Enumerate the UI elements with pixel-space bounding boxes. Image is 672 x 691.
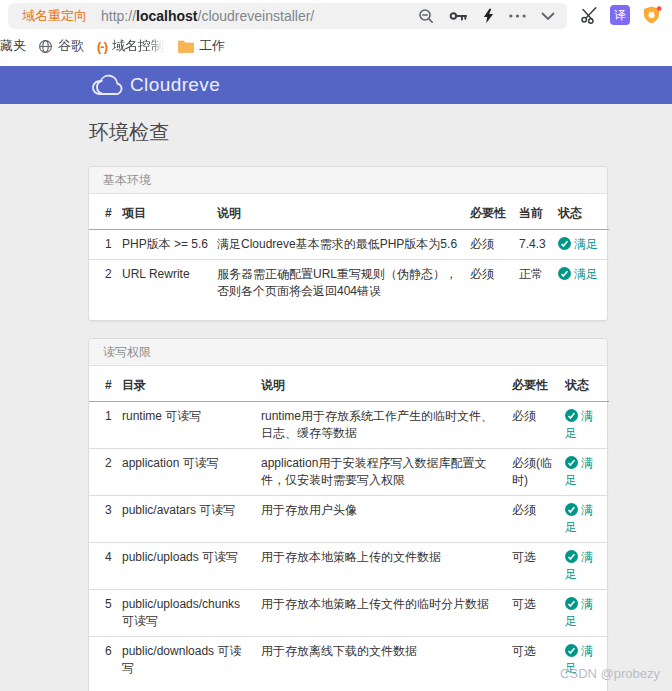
column-header: # <box>89 194 122 230</box>
shield-security-icon[interactable] <box>642 5 663 25</box>
status-cell: 满足 <box>565 402 609 449</box>
table-cell: application用于安装程序写入数据库配置文件，仅安装时需要写入权限 <box>261 449 512 496</box>
status-cell: 满足 <box>558 260 609 307</box>
scissors-icon[interactable] <box>580 6 598 24</box>
bookmark-label: 域名控制 <box>112 37 164 55</box>
table-cell: 6 <box>89 637 122 684</box>
url-host: localhost <box>136 8 197 24</box>
table-row: 1runtime 可读写runtime用于存放系统工作产生的临时文件、日志、缓存… <box>89 402 609 449</box>
status-ok: 满足 <box>565 409 593 440</box>
table-row: 1PHP版本 >= 5.6满足Cloudreve基本需求的最低PHP版本为5.6… <box>89 230 609 260</box>
column-header: 说明 <box>217 194 470 230</box>
table-cell: 7.4.3 <box>519 230 558 260</box>
table-row: 2application 可读写application用于安装程序写入数据库配置… <box>89 449 609 496</box>
watermark: CSDN @probezy <box>560 666 660 681</box>
table-cell: 可选 <box>512 590 565 637</box>
table-cell: 正常 <box>519 260 558 307</box>
table-cell: runtime 可读写 <box>122 402 261 449</box>
status-text: 满足 <box>574 267 598 281</box>
brand-name: Cloudreve <box>130 74 220 96</box>
check-icon <box>558 267 571 280</box>
translate-icon[interactable]: 译 <box>610 5 630 25</box>
table-header-row: #项目说明必要性当前状态 <box>89 194 609 230</box>
table-cell: application 可读写 <box>122 449 261 496</box>
panels-container: 基本环境#项目说明必要性当前状态1PHP版本 >= 5.6满足Cloudreve… <box>0 166 672 691</box>
table-cell: 必须 <box>470 230 519 260</box>
panel-basic-environment: 基本环境#项目说明必要性当前状态1PHP版本 >= 5.6满足Cloudreve… <box>88 166 608 321</box>
page-content: 环境检查 基本环境#项目说明必要性当前状态1PHP版本 >= 5.6满足Clou… <box>0 104 672 691</box>
panel-title: 读写权限 <box>89 339 607 366</box>
table-cell: 1 <box>89 402 122 449</box>
more-dots-icon[interactable] <box>509 14 526 18</box>
table-row: 5public/uploads/chunks 可读写用于存放本地策略上传文件的临… <box>89 590 609 637</box>
column-header: # <box>89 366 122 402</box>
page-title: 环境检查 <box>89 119 672 145</box>
table-cell: 1 <box>89 230 122 260</box>
table-cell: 可选 <box>512 543 565 590</box>
table-cell: 必须(临时) <box>512 449 565 496</box>
table-cell: 用于存放本地策略上传文件的临时分片数据 <box>261 590 512 637</box>
table-cell: 2 <box>89 260 122 307</box>
table-cell: 4 <box>89 543 122 590</box>
status-cell: 满足 <box>565 449 609 496</box>
status-cell: 满足 <box>565 590 609 637</box>
table-cell: 用于存放离线下载的文件数据 <box>261 637 512 684</box>
table-cell: 用于存放本地策略上传的文件数据 <box>261 543 512 590</box>
bookmark-item-work-folder[interactable]: 工作 <box>178 37 225 55</box>
chevron-down-icon[interactable] <box>541 12 555 21</box>
check-icon <box>558 237 571 250</box>
brand-logo: Cloudreve <box>87 66 672 104</box>
column-header: 状态 <box>558 194 609 230</box>
url-path: /cloudreveinstaller/ <box>198 8 315 24</box>
bookmark-item-favorites[interactable]: 藏夹 <box>0 37 26 55</box>
table-cell: PHP版本 >= 5.6 <box>122 230 217 260</box>
table-cell: public/uploads/chunks 可读写 <box>122 590 261 637</box>
column-header: 必要性 <box>512 366 565 402</box>
table-cell: public/avatars 可读写 <box>122 496 261 543</box>
table-cell: 3 <box>89 496 122 543</box>
bookmark-label: 谷歌 <box>58 37 84 55</box>
table-header-row: #目录说明必要性状态 <box>89 366 609 402</box>
status-ok: 满足 <box>558 237 598 251</box>
check-icon <box>565 503 578 516</box>
bookmark-item-domain-control[interactable]: (-) 域名控制 <box>97 37 164 55</box>
status-ok: 满足 <box>565 550 593 581</box>
table-cell: 可选 <box>512 637 565 684</box>
status-ok: 满足 <box>565 597 593 628</box>
table-cell: 2 <box>89 449 122 496</box>
table-cell: 用于存放用户头像 <box>261 496 512 543</box>
panel-title: 基本环境 <box>89 167 607 194</box>
panel-rw-permissions: 读写权限#目录说明必要性状态1runtime 可读写runtime用于存放系统工… <box>88 338 608 691</box>
table-row: 6public/downloads 可读写用于存放离线下载的文件数据可选满足 <box>89 637 609 684</box>
table-cell: 必须 <box>512 496 565 543</box>
table-cell: 满足Cloudreve基本需求的最低PHP版本为5.6 <box>217 230 470 260</box>
bookmark-item-google[interactable]: 谷歌 <box>38 37 84 55</box>
status-ok: 满足 <box>558 267 598 281</box>
folder-icon <box>178 40 194 53</box>
table-row: 3public/avatars 可读写用于存放用户头像必须满足 <box>89 496 609 543</box>
address-bar[interactable]: 域名重定向 http://localhost/cloudreveinstalle… <box>8 3 567 29</box>
table-cell: public/uploads 可读写 <box>122 543 261 590</box>
url-scheme: http:// <box>101 8 136 24</box>
column-header: 状态 <box>565 366 609 402</box>
globe-icon <box>38 39 53 54</box>
check-icon <box>565 409 578 422</box>
check-icon <box>565 597 578 610</box>
address-bookmark-label: 域名重定向 <box>22 7 87 25</box>
status-ok: 满足 <box>565 503 593 534</box>
status-cell: 满足 <box>558 230 609 260</box>
column-header: 当前 <box>519 194 558 230</box>
url-text[interactable]: http://localhost/cloudreveinstaller/ <box>101 8 314 24</box>
key-icon[interactable] <box>449 9 468 23</box>
zoom-out-icon[interactable] <box>418 8 434 24</box>
domain-brackets-icon: (-) <box>97 39 107 54</box>
lightning-icon[interactable] <box>483 8 494 24</box>
check-table: #项目说明必要性当前状态1PHP版本 >= 5.6满足Cloudreve基本需求… <box>89 194 609 306</box>
table-cell: 服务器需正确配置URL重写规则（伪静态），否则各个页面将会返回404错误 <box>217 260 470 307</box>
check-table: #目录说明必要性状态1runtime 可读写runtime用于存放系统工作产生的… <box>89 366 609 683</box>
status-text: 满足 <box>574 237 598 251</box>
app-header: Cloudreve <box>0 66 672 104</box>
bookmark-label: 藏夹 <box>0 37 26 55</box>
table-cell: 5 <box>89 590 122 637</box>
table-cell: public/downloads 可读写 <box>122 637 261 684</box>
